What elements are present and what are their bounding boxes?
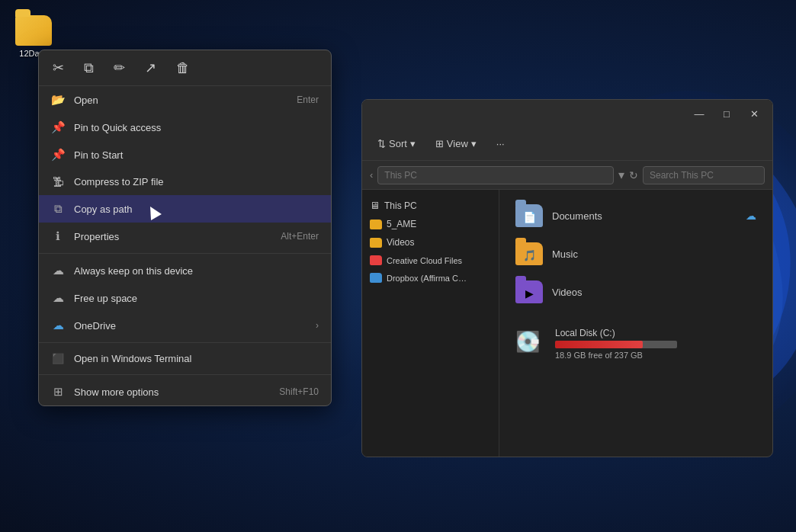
videos-folder-icon: ▶ (515, 280, 543, 303)
file-name-videos: Videos (552, 287, 583, 298)
sidebar: 🖥 This PC 5_AME Videos Creative Cloud Fi… (362, 190, 499, 457)
sidebar-item-videos[interactable]: Videos (362, 233, 499, 252)
titlebar: — □ ✕ (362, 100, 772, 127)
toolbar: ⇅ Sort ▾ ⊞ View ▾ ··· (362, 127, 772, 161)
folder-icon (370, 220, 382, 229)
rename-icon[interactable]: ✏ (111, 56, 128, 79)
context-menu-item-always-keep[interactable]: ☁ Always keep on this device (39, 257, 331, 284)
compress-icon: 🗜 (51, 175, 65, 188)
always-keep-icon: ☁ (51, 264, 65, 277)
folder-icon (370, 273, 382, 283)
search-input[interactable] (643, 166, 765, 184)
context-menu-separator-3 (39, 374, 331, 375)
maximize-button[interactable]: □ (716, 105, 737, 122)
properties-shortcut: Alt+Enter (281, 231, 319, 242)
view-icon: ⊞ (435, 138, 444, 149)
files-area: 📄 Documents ☁ 🎵 Music ▶ Videos (499, 190, 772, 457)
context-menu-separator-2 (39, 342, 331, 343)
context-menu-toolbar: ✂ ⧉ ✏ ↗ 🗑 (39, 50, 331, 86)
delete-icon[interactable]: 🗑 (173, 57, 193, 79)
view-button[interactable]: ⊞ View ▾ (428, 134, 484, 153)
context-menu-item-properties[interactable]: ℹ Properties Alt+Enter (39, 223, 331, 250)
free-up-icon: ☁ (51, 291, 65, 305)
pin-start-icon: 📌 (51, 148, 65, 162)
more-options-icon: ⊞ (51, 385, 65, 399)
close-button[interactable]: ✕ (743, 105, 765, 122)
sidebar-item-5ame[interactable]: 5_AME (362, 215, 499, 233)
sort-icon: ⇅ (377, 138, 386, 149)
context-menu-item-copy-path[interactable]: ⧉ Copy as path (39, 195, 331, 223)
context-menu-item-onedrive[interactable]: ☁ OneDrive › (39, 312, 331, 339)
sidebar-item-thispc[interactable]: 🖥 This PC (362, 196, 499, 215)
open-icon: 📂 (51, 93, 65, 107)
context-menu-item-open-terminal[interactable]: ⬛ Open in Windows Terminal (39, 346, 331, 371)
dropdown-icon[interactable]: ▾ (618, 168, 624, 182)
context-menu-item-compress[interactable]: 🗜 Compress to ZIP file (39, 168, 331, 195)
sort-button[interactable]: ⇅ Sort ▾ (370, 134, 423, 153)
sidebar-item-dropbox[interactable]: Dropbox (Affirma C… (362, 269, 499, 287)
file-item-music[interactable]: 🎵 Music (511, 239, 761, 268)
explorer-body: 🖥 This PC 5_AME Videos Creative Cloud Fi… (362, 190, 772, 457)
view-chevron-icon: ▾ (471, 138, 477, 149)
share-icon[interactable]: ↗ (142, 56, 159, 79)
context-menu-item-pin-quick[interactable]: 📌 Pin to Quick access (39, 114, 331, 141)
copy-icon[interactable]: ⧉ (81, 57, 97, 79)
local-disk-section[interactable]: 💽 Local Disk (C:) 18.9 GB free of 237 GB (511, 322, 761, 366)
context-menu-item-show-more[interactable]: ⊞ Show more options Shift+F10 (39, 378, 331, 405)
cloud-icon-documents: ☁ (746, 210, 756, 222)
context-menu: ✂ ⧉ ✏ ↗ 🗑 📂 Open Enter 📌 Pin to Quick ac… (38, 50, 332, 406)
disk-name: Local Disk (C:) (555, 328, 677, 338)
context-menu-item-open[interactable]: 📂 Open Enter (39, 86, 331, 114)
show-more-shortcut: Shift+F10 (279, 386, 319, 397)
context-menu-item-pin-start[interactable]: 📌 Pin to Start (39, 141, 331, 168)
pin-quick-icon: 📌 (51, 120, 65, 134)
disk-free-label: 18.9 GB free of 237 GB (555, 351, 677, 360)
copy-path-icon: ⧉ (51, 202, 65, 216)
music-folder-icon: 🎵 (515, 242, 543, 265)
more-button[interactable]: ··· (489, 134, 512, 153)
nav-back-icon[interactable]: ‹ (370, 169, 373, 181)
explorer-window: — □ ✕ ⇅ Sort ▾ ⊞ View ▾ ··· ‹ ▾ ↻ 🖥 This… (361, 99, 773, 457)
onedrive-icon: ☁ (51, 319, 65, 332)
sort-chevron-icon: ▾ (410, 138, 416, 149)
refresh-icon[interactable]: ↻ (629, 169, 638, 181)
disk-info: Local Disk (C:) 18.9 GB free of 237 GB (555, 328, 677, 360)
address-input[interactable] (377, 166, 614, 184)
documents-folder-icon: 📄 (515, 204, 543, 227)
onedrive-arrow-icon: › (316, 320, 319, 331)
disk-bar-fill (555, 341, 643, 348)
context-menu-separator-1 (39, 253, 331, 254)
computer-icon: 🖥 (370, 200, 380, 211)
file-name-music: Music (552, 248, 578, 260)
context-menu-item-free-up[interactable]: ☁ Free up space (39, 284, 331, 312)
disk-usage-bar (555, 341, 677, 348)
disk-icon: 💽 (515, 330, 546, 357)
minimize-button[interactable]: — (688, 105, 710, 122)
properties-icon: ℹ (51, 229, 65, 243)
folder-icon (370, 255, 382, 265)
terminal-icon: ⬛ (51, 353, 65, 364)
address-bar: ‹ ▾ ↻ (362, 161, 772, 190)
file-item-documents[interactable]: 📄 Documents ☁ (511, 201, 761, 230)
file-name-documents: Documents (552, 210, 602, 222)
folder-icon (370, 238, 382, 248)
sidebar-item-creativecloud[interactable]: Creative Cloud Files (362, 252, 499, 269)
open-shortcut: Enter (297, 95, 319, 105)
cut-icon[interactable]: ✂ (50, 56, 67, 79)
file-item-videos[interactable]: ▶ Videos (511, 277, 761, 306)
folder-icon (15, 15, 52, 46)
